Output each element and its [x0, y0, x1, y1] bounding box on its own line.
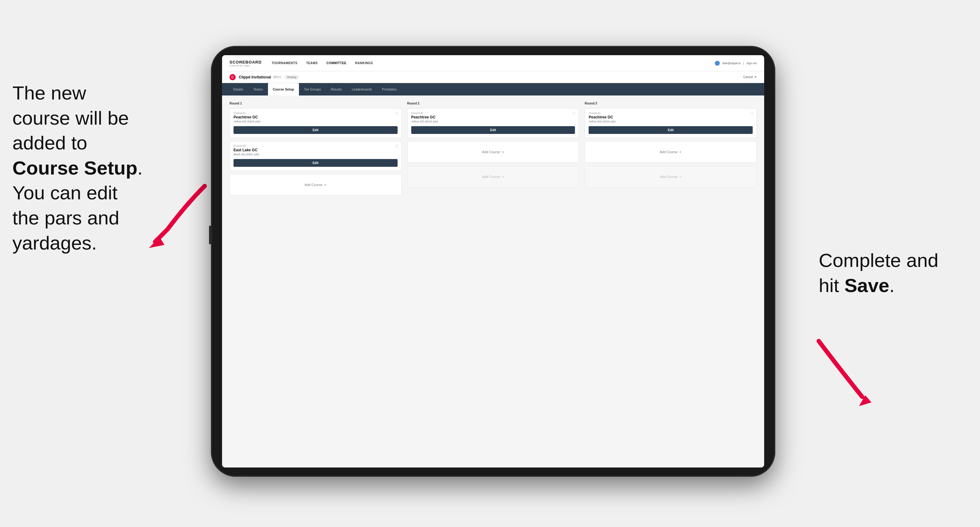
- round-2-add-course-disabled-label: Add Course: [482, 175, 500, 179]
- round-2-course-a-name: Peachtree GC: [411, 115, 575, 119]
- nav-rankings[interactable]: RANKINGS: [355, 60, 373, 66]
- tournament-bar: C Clippd Invitational (Men) Hosting Canc…: [222, 71, 764, 83]
- round-2-add-course-button[interactable]: Add Course +: [407, 141, 579, 163]
- round-3-course-a-edit-button[interactable]: Edit: [589, 126, 752, 134]
- rounds-grid: Round 1 ☐ (Course A) Peachtree GC Yellow…: [229, 102, 757, 199]
- round-1-course-a-name: Peachtree GC: [234, 115, 398, 119]
- round-1-label: Round 1: [229, 102, 402, 105]
- round-3-add-course-disabled: Add Course +: [585, 166, 757, 187]
- tab-details[interactable]: Details: [228, 83, 248, 95]
- tablet-shell: SCOREBOARD Powered by clippd TOURNAMENTS…: [211, 46, 775, 477]
- right-annotation: Complete and hit Save.: [819, 248, 961, 298]
- round-2-add-course-label: Add Course: [482, 150, 500, 154]
- round-1-course-b-details: Black (M) (6891 yds): [234, 153, 398, 156]
- round-3-add-course-disabled-label: Add Course: [660, 175, 678, 179]
- nav-teams[interactable]: TEAMS: [306, 60, 318, 66]
- tab-teams[interactable]: Teams: [248, 83, 268, 95]
- tournament-name: Clippd Invitational: [239, 75, 271, 79]
- tab-results[interactable]: Results: [326, 83, 347, 95]
- round-1-course-a-edit-button[interactable]: Edit: [234, 126, 398, 134]
- c-logo: C: [229, 74, 236, 80]
- round-1-course-b-name: East Lake GC: [234, 148, 398, 152]
- round-3-course-a-details: Yellow (M) (6629 yds): [589, 120, 752, 123]
- tab-course-setup[interactable]: Course Setup: [268, 83, 299, 95]
- round-3-column: Round 3 ☐ (Course A) Peachtree GC Yellow…: [585, 102, 757, 199]
- round-1-course-a-delete-icon[interactable]: ☐: [395, 111, 399, 115]
- nav-separator: |: [743, 62, 744, 65]
- round-2-course-a-edit-button[interactable]: Edit: [411, 126, 575, 134]
- round-1-column: Round 1 ☐ (Course A) Peachtree GC Yellow…: [229, 102, 402, 199]
- round-2-course-a-delete-icon[interactable]: ☐: [572, 111, 576, 115]
- top-nav: SCOREBOARD Powered by clippd TOURNAMENTS…: [222, 55, 764, 71]
- round-1-course-a-details: Yellow (M) (6629 yds): [234, 120, 398, 123]
- scoreboard-title: SCOREBOARD: [229, 60, 262, 65]
- round-2-column: Round 2 ☐ (Course A) Peachtree GC Yellow…: [407, 102, 579, 199]
- round-3-label: Round 3: [585, 102, 757, 105]
- scoreboard-subtitle: Powered by clippd: [229, 65, 262, 67]
- nav-committee[interactable]: COMMITTEE: [326, 60, 347, 66]
- round-2-course-a-details: Yellow (M) (6629 yds): [411, 120, 575, 123]
- round-3-add-course-label: Add Course: [660, 150, 678, 154]
- tablet-side-button: [209, 226, 212, 244]
- round-1-add-course-button[interactable]: Add Course +: [229, 174, 402, 195]
- sign-out-link[interactable]: Sign out: [746, 62, 757, 65]
- round-1-course-a-card: ☐ (Course A) Peachtree GC Yellow (M) (66…: [229, 108, 402, 138]
- round-1-course-a-label: (Course A): [234, 112, 398, 114]
- nav-tournaments[interactable]: TOURNAMENTS: [272, 60, 298, 66]
- tabs-bar: Details Teams Course Setup Tee Groups Re…: [222, 83, 764, 95]
- round-2-label: Round 2: [407, 102, 579, 105]
- round-3-course-a-delete-icon[interactable]: ☐: [749, 111, 754, 115]
- round-1-course-b-label: (Course B): [234, 144, 398, 147]
- tablet-screen: SCOREBOARD Powered by clippd TOURNAMENTS…: [222, 55, 764, 467]
- course-setup-bold: Course Setup: [13, 157, 137, 179]
- round-2-course-a-label: (Course A): [411, 112, 575, 114]
- round-2-course-a-card: ☐ (Course A) Peachtree GC Yellow (M) (66…: [407, 108, 579, 138]
- tab-tee-groups[interactable]: Tee Groups: [299, 83, 326, 95]
- user-email: blair@clippd.io: [722, 62, 741, 65]
- cancel-icon: ✕: [754, 75, 757, 79]
- round-3-add-course-plus-icon: +: [679, 149, 682, 154]
- cancel-label: Cancel: [743, 75, 753, 79]
- round-1-course-b-edit-button[interactable]: Edit: [234, 159, 398, 167]
- round-2-add-course-plus-icon: +: [501, 149, 504, 154]
- round-1-add-course-plus-icon: +: [324, 182, 326, 187]
- main-content: Round 1 ☐ (Course A) Peachtree GC Yellow…: [222, 95, 764, 467]
- round-3-course-a-card: ☐ (Course A) Peachtree GC Yellow (M) (66…: [585, 108, 757, 138]
- hosting-badge: Hosting: [285, 75, 299, 79]
- scoreboard-logo: SCOREBOARD Powered by clippd: [229, 60, 262, 67]
- left-arrow: [130, 180, 211, 260]
- nav-right: blair@clippd.io | Sign out: [715, 61, 757, 66]
- round-3-add-course-button[interactable]: Add Course +: [585, 141, 757, 163]
- round-3-course-a-label: (Course A): [589, 112, 752, 114]
- tab-leaderboards[interactable]: Leaderboards: [347, 83, 377, 95]
- round-2-add-course-disabled: Add Course +: [407, 166, 579, 187]
- tab-printables[interactable]: Printables: [377, 83, 402, 95]
- nav-links: TOURNAMENTS TEAMS COMMITTEE RANKINGS: [272, 60, 715, 66]
- round-1-course-b-card: ☐ (Course B) East Lake GC Black (M) (689…: [229, 141, 402, 171]
- round-2-add-course-disabled-plus-icon: +: [501, 174, 504, 179]
- round-3-add-course-disabled-plus-icon: +: [679, 174, 682, 179]
- round-3-course-a-name: Peachtree GC: [589, 115, 752, 119]
- right-arrow: [813, 335, 893, 415]
- round-1-add-course-label: Add Course: [305, 183, 323, 187]
- tournament-gender: (Men): [273, 75, 281, 79]
- user-avatar: [715, 61, 720, 66]
- round-1-course-b-delete-icon[interactable]: ☐: [395, 144, 399, 148]
- cancel-button[interactable]: Cancel ✕: [743, 75, 757, 79]
